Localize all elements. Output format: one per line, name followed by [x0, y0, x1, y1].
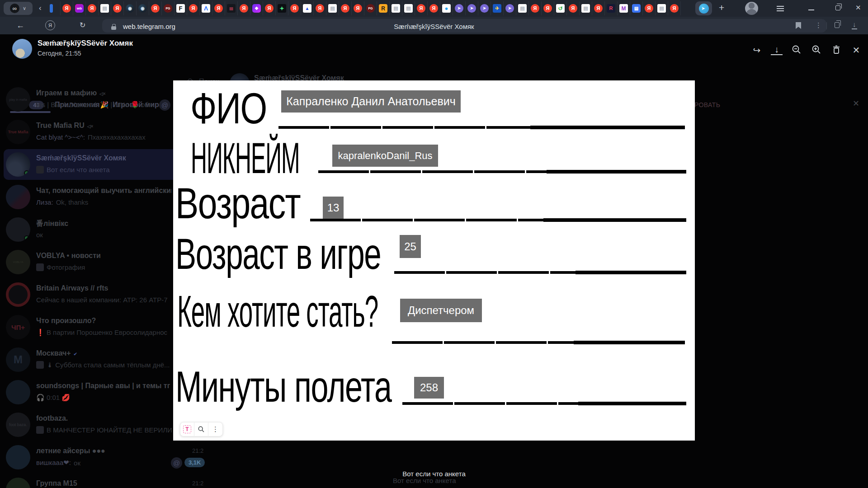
viewed-photo-form[interactable]: T ⋮ ФИОКапраленко Данил АнатольевичНИКНЕ…	[173, 80, 695, 441]
chat-title-text: летние айсеры ●●●	[36, 447, 105, 455]
browser-tab[interactable]: ✦	[276, 1, 288, 15]
favicon-f: F	[176, 4, 185, 13]
browser-tab[interactable]: R	[605, 1, 618, 15]
browser-tab[interactable]: Я	[86, 1, 99, 15]
scan-text-button[interactable]: T	[180, 422, 194, 436]
browser-tab[interactable]: Я	[263, 1, 276, 15]
browser-tab[interactable]: ▤	[326, 1, 339, 15]
browser-tab[interactable]: ▲	[301, 1, 314, 15]
browser-tab[interactable]: Я	[428, 1, 440, 15]
browser-tab[interactable]: ✈	[491, 1, 504, 15]
browser-tab[interactable]: ▤	[656, 1, 668, 15]
browser-tab[interactable]: Я	[187, 1, 200, 15]
chat-title-text: Группа M15	[36, 479, 77, 487]
browser-tab[interactable]: M	[618, 1, 630, 15]
tab-scroll-left-icon[interactable]: ‹	[39, 4, 42, 12]
browser-tab[interactable]: ▤	[99, 1, 111, 15]
browser-tab[interactable]: ▤	[516, 1, 529, 15]
browser-tab[interactable]: wb	[73, 1, 86, 15]
browser-tab[interactable]: Я	[149, 1, 162, 15]
chat-avatar	[6, 282, 30, 307]
viewer-caption: Вот если что анкета	[0, 470, 868, 478]
chat-subtitle: Лиза:Ok, thanks	[36, 198, 172, 206]
browser-tab[interactable]: Я	[529, 1, 542, 15]
favicon-y: Я	[354, 4, 362, 13]
browser-tab[interactable]: Я	[592, 1, 605, 15]
close-panel-icon[interactable]: ✕	[853, 99, 859, 108]
viewer-sender-name: SæḿæřşkĭÿSSëvër Хомяк	[38, 39, 133, 48]
browser-tab[interactable]: PG	[364, 1, 377, 15]
delete-icon[interactable]	[830, 44, 842, 56]
browser-tab[interactable]: ❖	[250, 1, 263, 15]
downloads-icon[interactable]: ↓	[852, 20, 857, 29]
close-window-button[interactable]: ✕	[855, 4, 861, 12]
avatar-label: VOBLYA	[13, 261, 23, 263]
active-tab-telegram[interactable]: ➤	[695, 1, 712, 15]
browser-tab-bar: ∞ ∨ ‹ ЯwbЯ▤Я◉◉ЯPGFЯΛЯ||||Я❖Я✦Я▲Я▤ЯЯPGR▤▤…	[0, 0, 868, 17]
browser-tab[interactable]: R	[377, 1, 390, 15]
zoom-in-icon[interactable]	[811, 44, 822, 56]
browser-tab[interactable]: Я	[352, 1, 364, 15]
chat-title-text: Чат, помогающий выучить английский	[36, 187, 172, 194]
browser-tab[interactable]: ➤	[466, 1, 478, 15]
browser-tab[interactable]: ➤	[453, 1, 466, 15]
browser-tab[interactable]: Я	[238, 1, 250, 15]
browser-tab[interactable]: Я	[314, 1, 326, 15]
form-underline	[402, 402, 686, 405]
browser-tab[interactable]: Я	[212, 1, 225, 15]
browser-tab[interactable]: ↺	[554, 1, 567, 15]
browser-tab[interactable]: ▤	[402, 1, 415, 15]
browser-tab[interactable]: Я	[61, 1, 73, 15]
browser-tab[interactable]: F	[175, 1, 187, 15]
browser-tab[interactable]	[48, 1, 61, 15]
browser-tab[interactable]: PG	[162, 1, 175, 15]
chat-avatar: VOBLYA	[6, 250, 30, 274]
browser-tab[interactable]: Я	[415, 1, 428, 15]
collections-icon[interactable]	[835, 22, 840, 28]
browser-tab[interactable]: ◉	[124, 1, 137, 15]
browser-tab[interactable]: Я	[339, 1, 352, 15]
download-icon[interactable]: ↓	[771, 44, 783, 55]
home-tab[interactable]: ∞ ∨	[4, 2, 33, 15]
favicon-doc: ▤	[328, 4, 337, 13]
form-value-box: 13	[323, 197, 344, 219]
browser-tab[interactable]: ◉	[137, 1, 149, 15]
zoom-out-icon[interactable]	[791, 44, 802, 56]
minimize-button[interactable]	[808, 9, 814, 10]
message-thumbnail	[36, 426, 44, 434]
browser-tab[interactable]: ||||	[225, 1, 238, 15]
browser-tab[interactable]: Я	[111, 1, 124, 15]
browser-tab[interactable]: Я	[288, 1, 301, 15]
menu-icon[interactable]	[777, 6, 784, 7]
favicon-y: Я	[290, 4, 299, 13]
browser-profile-avatar[interactable]	[745, 2, 758, 15]
browser-tab[interactable]: Я	[643, 1, 656, 15]
image-search-button[interactable]	[194, 422, 208, 436]
new-tab-button[interactable]: +	[719, 2, 724, 13]
chat-list-item[interactable]: летние айсеры ●●●вишкааа❤:ок21:2@3,1K	[4, 442, 232, 473]
favicon-y: Я	[569, 4, 577, 13]
close-viewer-icon[interactable]: ✕	[850, 44, 862, 56]
chat-title: Что произошло?	[36, 317, 172, 325]
browser-tab[interactable]: ▤	[580, 1, 592, 15]
page-title: SæḿæřşkĭÿSSëvër Хомяк	[0, 23, 868, 30]
online-dot	[24, 235, 29, 241]
browser-tab[interactable]: Я	[567, 1, 580, 15]
browser-tab[interactable]: Я	[668, 1, 681, 15]
browser-tab[interactable]: ●	[440, 1, 453, 15]
browser-tab[interactable]: ▤	[390, 1, 402, 15]
message-preview: В МАНЧЕСТЕР ЮНАЙТЕД НЕ ВЕРИЛИ	[47, 426, 172, 434]
browser-tab[interactable]: Λ	[200, 1, 212, 15]
viewer-sender-avatar[interactable]	[12, 39, 32, 59]
more-icon[interactable]: ⋮	[815, 21, 822, 29]
favicon-wb: wb	[75, 4, 84, 13]
browser-tab[interactable]: ➤	[478, 1, 491, 15]
restore-button[interactable]	[835, 5, 840, 10]
favicon-book: ▤	[632, 4, 641, 13]
chat-avatar	[6, 380, 30, 404]
forward-icon[interactable]: ↪	[751, 44, 763, 56]
browser-tab[interactable]: Я	[542, 1, 554, 15]
browser-tab[interactable]: ➤	[504, 1, 516, 15]
browser-tab[interactable]: ▤	[630, 1, 643, 15]
image-more-button[interactable]: ⋮	[208, 422, 222, 436]
